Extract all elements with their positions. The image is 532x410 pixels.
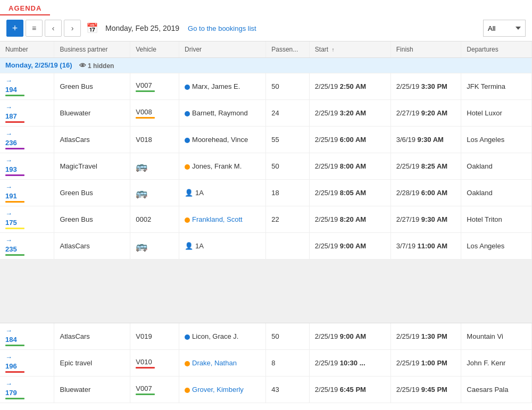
bus-icon: 🚌	[136, 188, 147, 198]
table-row[interactable]: → 193 MagicTravel🚌Jones, Frank M.502/25/…	[0, 153, 532, 180]
number-cell: → 179	[0, 376, 54, 403]
finish-cell: 2/25/19 1:30 PM	[390, 323, 461, 350]
vehicle-cell: 0002	[130, 206, 179, 233]
agenda-header-bar: AGENDA	[0, 0, 532, 15]
driver-cell: Marx, James E.	[179, 73, 266, 100]
group-header-row: Monday, 2/25/19 (16) 👁 1 hidden	[0, 58, 532, 73]
finish-cell: 2/25/19 9:45 PM	[390, 376, 461, 403]
start-date: 2/25/19	[315, 386, 338, 394]
driver-cell: 👤1A	[179, 180, 266, 206]
table-row[interactable]: → 191 Green Bus🚌👤1A182/25/19 8:05 AM2/28…	[0, 180, 532, 206]
number-cell: → 175	[0, 206, 54, 233]
row-number: 187	[5, 112, 48, 120]
table-row[interactable]: → 194 Green BusV007Marx, James E.502/25/…	[0, 73, 532, 100]
start-cell: 2/25/19 8:20 AM	[309, 206, 390, 233]
number-color-bar	[5, 121, 24, 123]
departure-cell: Caesars Pala	[461, 376, 532, 403]
vehicle-color-bar	[136, 367, 155, 369]
driver-link[interactable]: Drake, Nathan	[192, 359, 237, 367]
next-button[interactable]: ›	[64, 20, 81, 37]
driver-link[interactable]: Grover, Kimberly	[192, 386, 244, 394]
agenda-title: AGENDA	[0, 0, 50, 15]
table-row[interactable]: → 235 AtlasCars🚌👤1A2/25/19 9:00 AM3/7/19…	[0, 233, 532, 260]
driver-name: Moorehead, Vince	[192, 136, 248, 144]
finish-cell: 2/27/19 9:20 AM	[390, 100, 461, 127]
driver-cell: 👤1A	[179, 233, 266, 260]
row-number: 184	[5, 336, 48, 344]
finish-date: 3/7/19	[396, 242, 415, 250]
row-number: 179	[5, 389, 48, 397]
number-color-bar	[5, 371, 24, 373]
table-row[interactable]: → 179 BluewaterV007Grover, Kimberly432/2…	[0, 376, 532, 403]
vehicle-color-bar	[136, 117, 155, 119]
finish-date: 2/25/19	[396, 82, 419, 90]
number-color-bar	[5, 95, 24, 96]
vehicle-label: V007	[136, 384, 173, 392]
passengers-cell: 50	[266, 73, 310, 100]
table-row[interactable]: → 175 Green Bus0002Frankland, Scott222/2…	[0, 206, 532, 233]
start-date: 2/25/19	[315, 332, 338, 340]
finish-time: 1:00 PM	[421, 359, 447, 367]
bookings-link[interactable]: Go to the bookings list	[188, 24, 256, 32]
add-button[interactable]: +	[6, 20, 23, 37]
vehicle-cell: 🚌	[130, 180, 179, 206]
finish-cell: 2/28/19 6:00 AM	[390, 180, 461, 206]
finish-time: 9:45 PM	[421, 386, 447, 394]
driver-cell: Drake, Nathan	[179, 350, 266, 376]
menu-button[interactable]: ≡	[26, 20, 43, 37]
row-arrow: →	[5, 210, 48, 217]
driver-dot	[185, 85, 190, 90]
finish-date: 2/27/19	[396, 215, 419, 223]
table-row[interactable]: → 187 BluewaterV008Barnett, Raymond242/2…	[0, 100, 532, 127]
col-header-start[interactable]: Start ↑	[309, 41, 390, 58]
table-row[interactable]: → 236 AtlasCarsV018Moorehead, Vince552/2…	[0, 127, 532, 153]
col-header-driver: Driver	[179, 41, 266, 58]
finish-date: 2/25/19	[396, 162, 419, 170]
table-wrapper: Number Business partner Vehicle Driver P…	[0, 41, 532, 403]
vehicle-cell: V007	[130, 376, 179, 403]
vehicle-cell: V008	[130, 100, 179, 127]
bp-cell: Epic travel	[54, 350, 130, 376]
number-cell: → 184	[0, 323, 54, 350]
vehicle-label: V008	[136, 108, 173, 116]
vehicle-label: V010	[136, 358, 173, 366]
toolbar: + ≡ ‹ › 📅 Monday, Feb 25, 2019 Go to the…	[0, 15, 532, 41]
passengers-cell: 50	[266, 153, 310, 180]
vehicle-label: V018	[136, 136, 173, 144]
number-cell: → 236	[0, 127, 54, 153]
table-row[interactable]: → 196 Epic travelV010Drake, Nathan82/25/…	[0, 350, 532, 376]
toolbar-date: Monday, Feb 25, 2019	[105, 24, 179, 32]
start-time: 6:00 AM	[340, 136, 366, 144]
number-color-bar	[5, 398, 24, 399]
table-row[interactable]: → 184 AtlasCarsV019Licon, Grace J.502/25…	[0, 323, 532, 350]
number-cell: → 196	[0, 350, 54, 376]
finish-time: 9:20 AM	[421, 109, 447, 117]
finish-cell: 2/25/19 1:00 PM	[390, 350, 461, 376]
start-cell: 2/25/19 6:45 PM	[309, 376, 390, 403]
number-cell: → 187	[0, 100, 54, 127]
bus-icon: 🚌	[136, 161, 147, 172]
passengers-cell	[266, 233, 310, 260]
filter-select[interactable]: All	[483, 20, 526, 37]
bp-cell: Bluewater	[54, 376, 130, 403]
finish-time: 8:25 AM	[421, 162, 447, 170]
col-header-bp: Business partner	[54, 41, 130, 58]
bp-cell: MagicTravel	[54, 153, 130, 180]
bp-cell: Green Bus	[54, 180, 130, 206]
passengers-cell: 22	[266, 206, 310, 233]
passengers-cell: 24	[266, 100, 310, 127]
finish-date: 3/6/19	[396, 136, 415, 144]
driver-name: 1A	[195, 189, 204, 197]
separator-row	[0, 260, 532, 323]
passengers-cell: 50	[266, 323, 310, 350]
col-header-number: Number	[0, 41, 54, 58]
finish-date: 2/25/19	[396, 386, 419, 394]
driver-cell: Licon, Grace J.	[179, 323, 266, 350]
col-header-finish: Finish	[390, 41, 461, 58]
row-number: 175	[5, 219, 48, 227]
vehicle-cell: V018	[130, 127, 179, 153]
start-date: 2/25/19	[315, 136, 338, 144]
driver-name: Marx, James E.	[192, 82, 240, 90]
prev-button[interactable]: ‹	[45, 20, 62, 37]
driver-link[interactable]: Frankland, Scott	[192, 215, 243, 223]
